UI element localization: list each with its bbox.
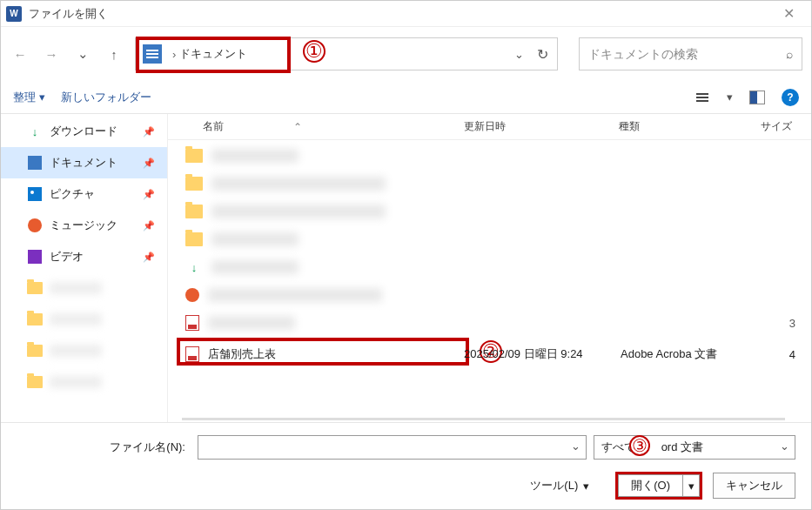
list-item[interactable]: [168, 170, 811, 198]
annotation-box-open: 開く(O) ▾: [615, 472, 702, 500]
cancel-button[interactable]: キャンセル: [713, 473, 795, 499]
search-input[interactable]: [588, 47, 786, 61]
file-date: 2025/02/09 日曜日 9:24: [464, 346, 583, 362]
list-item[interactable]: [168, 142, 811, 170]
filename-input[interactable]: ⌄: [198, 435, 587, 460]
pin-icon[interactable]: 📌: [143, 158, 155, 169]
new-folder-button[interactable]: 新しいフォルダー: [61, 90, 151, 105]
folder-icon: [185, 177, 203, 191]
sidebar-item-music[interactable]: ミュージック 📌: [1, 210, 167, 241]
folder-icon: [185, 205, 203, 218]
folder-icon: [185, 232, 203, 246]
list-item[interactable]: [168, 225, 811, 253]
organize-button[interactable]: 整理▾: [13, 90, 45, 105]
pin-icon[interactable]: 📌: [143, 220, 155, 232]
folder-icon: [27, 282, 43, 294]
sidebar-item-folder[interactable]: [1, 335, 167, 366]
download-icon: ↓: [27, 124, 43, 139]
file-type: Adobe Acroba 文書: [621, 346, 717, 362]
title-bar: W ファイルを開く ✕: [1, 1, 811, 27]
folder-icon: [185, 149, 203, 163]
path-current[interactable]: ドキュメント: [179, 46, 247, 62]
open-button[interactable]: 開く(O): [618, 474, 682, 497]
sort-indicator-icon: ⌃: [293, 121, 302, 133]
pdf-icon: [185, 346, 199, 362]
sidebar-item-folder[interactable]: [1, 366, 167, 398]
sidebar-item-documents[interactable]: ドキュメント 📌: [1, 147, 167, 178]
list-item-selected[interactable]: 店舗別売上表 ② 2025/02/09 日曜日 9:24 Adobe Acrob…: [168, 340, 811, 368]
documents-folder-icon: [143, 44, 162, 64]
filetype-select[interactable]: すべて ③ ord 文書 ⌄: [594, 435, 795, 460]
annotation-label-3: ③: [629, 435, 650, 456]
open-dropdown-button[interactable]: ▾: [682, 474, 700, 497]
pdf-icon: [185, 315, 199, 331]
list-item[interactable]: ↓: [168, 253, 811, 281]
sidebar-item-folder[interactable]: [1, 272, 167, 304]
column-headers: 名前⌃ 更新日時 種類 サイズ: [168, 114, 811, 140]
sidebar-item-videos[interactable]: ビデオ 📌: [1, 241, 167, 272]
sidebar-item-folder[interactable]: [1, 304, 167, 335]
filename-label: ファイル名(N):: [17, 440, 191, 455]
nav-row: ← → ⌄ ↑ › ドキュメント ① ⌄ ↻ ⌕: [1, 27, 811, 81]
nav-forward-button[interactable]: →: [41, 44, 62, 64]
address-dropdown-icon[interactable]: ⌄: [514, 48, 524, 61]
file-size: 4: [789, 348, 795, 361]
view-dropdown-icon[interactable]: ▾: [727, 91, 733, 104]
horizontal-scrollbar[interactable]: [182, 418, 785, 420]
sidebar-item-pictures[interactable]: ピクチャ 📌: [1, 178, 167, 210]
column-size[interactable]: サイズ: [748, 119, 811, 134]
folder-icon: [27, 313, 43, 325]
filename-row: ファイル名(N): ⌄ すべて ③ ord 文書 ⌄: [17, 435, 795, 460]
view-list-icon[interactable]: [694, 89, 711, 106]
search-box[interactable]: ⌕: [579, 37, 802, 70]
sidebar-item-downloads[interactable]: ↓ ダウンロード 📌: [1, 116, 167, 147]
filename-dropdown-icon[interactable]: ⌄: [571, 440, 580, 453]
main-area: ↓ ダウンロード 📌 ドキュメント 📌 ピクチャ 📌 ミュージック 📌 ビデオ …: [1, 114, 811, 422]
pin-icon[interactable]: 📌: [143, 126, 155, 138]
nav-back-button[interactable]: ←: [10, 44, 30, 64]
address-bar[interactable]: › ドキュメント ① ⌄ ↻: [135, 37, 558, 70]
filetype-dropdown-icon[interactable]: ⌄: [780, 440, 789, 453]
window-title: ファイルを開く: [29, 6, 771, 22]
column-date[interactable]: 更新日時: [464, 119, 619, 134]
pin-icon[interactable]: 📌: [143, 189, 155, 200]
download-icon: ↓: [185, 260, 203, 274]
bottom-panel: ファイル名(N): ⌄ すべて ③ ord 文書 ⌄ ツール(L)▾ 開く(O)…: [1, 422, 811, 510]
folder-icon: [27, 376, 43, 388]
folder-icon: [27, 345, 43, 357]
file-list: ↓ 3 店舗別売上表 ② 2025/02/09 日曜日 9:24 Adobe A…: [168, 140, 811, 368]
annotation-label-1: ①: [303, 40, 325, 63]
tools-button[interactable]: ツール(L)▾: [530, 478, 589, 493]
picture-icon: [28, 187, 42, 201]
list-item[interactable]: 3: [168, 309, 811, 337]
path-separator: ›: [172, 48, 176, 61]
list-item[interactable]: [168, 198, 811, 225]
music-icon: [185, 288, 199, 302]
video-icon: [28, 250, 42, 264]
file-size: 3: [789, 317, 795, 330]
file-pane: 名前⌃ 更新日時 種類 サイズ ↓ 3 店舗別売上表 ② 2025/02/09 …: [168, 114, 811, 422]
filetype-text-post: ord 文書: [661, 440, 703, 453]
toolbar: 整理▾ 新しいフォルダー ▾ ?: [1, 81, 811, 114]
file-name: 店舗別売上表: [208, 346, 276, 362]
word-app-icon: W: [6, 6, 22, 22]
column-name[interactable]: 名前⌃: [168, 119, 464, 134]
close-button[interactable]: ✕: [771, 5, 806, 22]
sidebar-item-label: ピクチャ: [50, 186, 95, 202]
sidebar: ↓ ダウンロード 📌 ドキュメント 📌 ピクチャ 📌 ミュージック 📌 ビデオ …: [1, 114, 168, 422]
music-icon: [28, 218, 42, 232]
search-icon[interactable]: ⌕: [786, 47, 793, 61]
sidebar-item-label: ビデオ: [50, 249, 84, 265]
nav-recent-dropdown[interactable]: ⌄: [72, 44, 93, 64]
refresh-button[interactable]: ↻: [537, 46, 548, 63]
nav-up-button[interactable]: ↑: [104, 44, 124, 64]
sidebar-item-label: ミュージック: [50, 218, 117, 233]
pin-icon[interactable]: 📌: [143, 252, 155, 263]
sidebar-item-label: ドキュメント: [50, 155, 117, 171]
help-button[interactable]: ?: [782, 89, 799, 106]
sidebar-item-label: ダウンロード: [50, 124, 117, 139]
preview-pane-icon[interactable]: [748, 89, 766, 106]
list-item[interactable]: [168, 281, 811, 309]
column-type[interactable]: 種類: [619, 119, 748, 134]
button-row: ツール(L)▾ 開く(O) ▾ キャンセル: [17, 472, 795, 500]
